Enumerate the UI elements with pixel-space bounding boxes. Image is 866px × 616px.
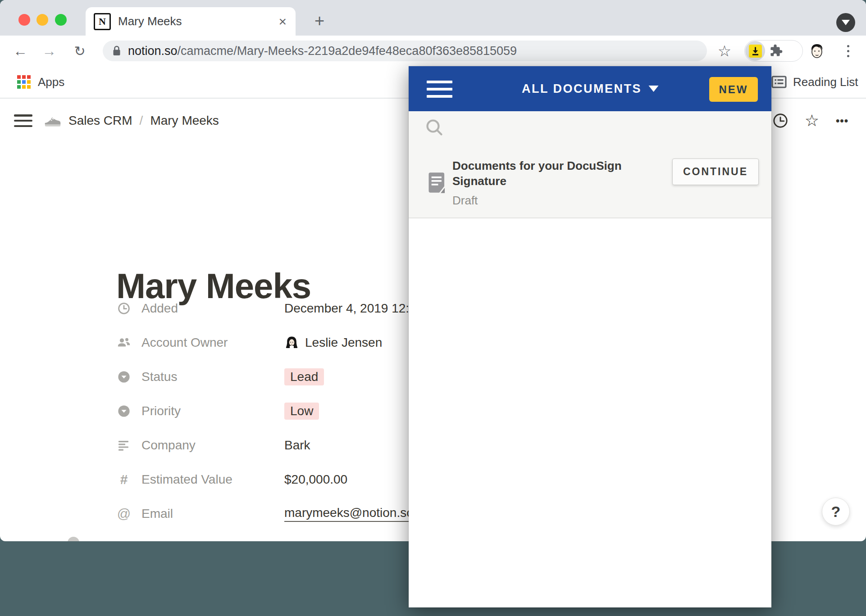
priority-tag: Low	[284, 403, 319, 420]
select-dropdown-icon	[116, 404, 132, 418]
continue-button[interactable]: CONTINUE	[672, 159, 759, 185]
status-tag: Lead	[284, 368, 324, 385]
docusign-list-area: Documents for your DocuSign Signature Dr…	[409, 111, 771, 218]
property-value[interactable]: Lead	[284, 368, 324, 385]
breadcrumb-page[interactable]: Mary Meeks	[150, 113, 219, 128]
notion-favicon-icon: N	[94, 13, 111, 30]
reading-list-icon	[771, 76, 787, 88]
property-value[interactable]: Leslie Jensen	[284, 335, 382, 350]
property-value[interactable]: December 4, 2019 12:52	[284, 301, 423, 316]
profile-avatar[interactable]	[808, 41, 826, 59]
notion-sidebar-toggle-icon[interactable]	[14, 114, 32, 127]
docusign-new-button[interactable]: NEW	[709, 77, 758, 102]
tab-search-dropdown-button[interactable]	[836, 13, 855, 32]
url-text: notion.so/camacme/Mary-Meeks-2219a2de94f…	[128, 44, 517, 58]
breadcrumb-separator: /	[140, 113, 143, 128]
browser-toolbar: ← → ↻ notion.so/camacme/Mary-Meeks-2219a…	[0, 36, 866, 66]
window-zoom-button[interactable]	[55, 14, 67, 26]
url-domain: notion.so	[128, 44, 178, 58]
forward-button[interactable]: →	[39, 36, 59, 66]
help-button[interactable]: ?	[822, 498, 850, 525]
reading-list-label: Reading List	[793, 75, 858, 89]
docusign-filter-label: ALL DOCUMENTS	[522, 82, 642, 96]
notion-history-button[interactable]	[770, 111, 790, 131]
person-icon	[116, 336, 132, 349]
window-close-button[interactable]	[18, 14, 30, 26]
desktop: N Mary Meeks × + ← → ↻ notion.so/camacme…	[0, 0, 866, 616]
docusign-extension-popup: ALL DOCUMENTS NEW	[409, 66, 771, 607]
document-status: Draft	[452, 194, 642, 208]
email-link[interactable]: marymeeks@notion.so	[284, 506, 414, 522]
docusign-extension-button[interactable]	[745, 41, 765, 61]
address-bar[interactable]: notion.so/camacme/Mary-Meeks-2219a2de94f…	[103, 41, 707, 61]
lock-icon	[112, 45, 122, 57]
sneaker-icon	[43, 112, 61, 130]
property-value[interactable]: Low	[284, 403, 319, 420]
document-info: Documents for your DocuSign Signature Dr…	[452, 158, 642, 208]
breadcrumb: Sales CRM / Mary Meeks	[43, 108, 219, 133]
document-list-item[interactable]: Documents for your DocuSign Signature Dr…	[409, 151, 771, 218]
property-label[interactable]: Status	[141, 370, 260, 384]
document-title: Documents for your DocuSign Signature	[452, 159, 622, 188]
property-value[interactable]: $20,000.00	[284, 472, 347, 487]
at-sign-icon: @	[116, 506, 132, 521]
apps-grid-icon	[17, 75, 31, 89]
reload-button[interactable]: ↻	[69, 36, 90, 66]
tab-title: Mary Meeks	[118, 14, 278, 28]
docusign-documents-filter[interactable]: ALL DOCUMENTS	[519, 66, 661, 111]
text-lines-icon	[116, 439, 132, 452]
bookmark-apps[interactable]: Apps	[14, 72, 67, 92]
property-label[interactable]: Added	[141, 301, 260, 316]
chevron-down-icon	[842, 20, 850, 25]
next-property-icon-partial	[68, 537, 79, 541]
property-label[interactable]: Account Owner	[141, 335, 260, 350]
property-label[interactable]: Company	[141, 438, 260, 453]
property-label[interactable]: Estimated Value	[141, 472, 260, 487]
breadcrumb-workspace[interactable]: Sales CRM	[68, 113, 132, 128]
bookmark-star-icon[interactable]: ☆	[714, 40, 735, 62]
person-name: Leslie Jensen	[305, 335, 382, 350]
number-hash-icon: #	[116, 472, 132, 487]
url-path: /camacme/Mary-Meeks-2219a2de94fe48eca80f…	[178, 44, 517, 58]
tab-close-icon[interactable]: ×	[278, 15, 287, 28]
property-value[interactable]: marymeeks@notion.so	[284, 506, 414, 522]
docusign-header: ALL DOCUMENTS NEW	[409, 66, 771, 111]
property-value[interactable]: Bark	[284, 438, 310, 453]
docusign-extension-icon	[749, 45, 762, 58]
leslie-jensen-avatar	[284, 335, 299, 350]
back-button[interactable]: ←	[10, 36, 31, 66]
search-icon[interactable]	[424, 118, 446, 139]
extensions-puzzle-icon[interactable]	[769, 44, 783, 58]
clock-icon	[772, 113, 789, 129]
tab-strip: N Mary Meeks × +	[0, 0, 866, 36]
document-draft-icon	[428, 172, 447, 197]
notion-favorite-star-icon[interactable]: ☆	[802, 111, 822, 131]
new-tab-button[interactable]: +	[312, 12, 327, 30]
docusign-menu-icon[interactable]	[427, 81, 452, 98]
chevron-down-icon	[648, 86, 658, 92]
select-dropdown-icon	[116, 370, 132, 384]
apps-label: Apps	[38, 75, 64, 89]
property-label[interactable]: Priority	[141, 404, 260, 418]
clock-icon	[116, 302, 132, 315]
reading-list-button[interactable]: Reading List	[769, 72, 861, 92]
browser-tab[interactable]: N Mary Meeks ×	[86, 7, 296, 36]
property-label[interactable]: Email	[141, 507, 260, 521]
browser-menu-icon[interactable]	[839, 41, 857, 61]
notion-more-menu-icon[interactable]: •••	[832, 111, 852, 131]
extensions-area	[744, 40, 803, 62]
window-minimize-button[interactable]	[36, 14, 48, 26]
